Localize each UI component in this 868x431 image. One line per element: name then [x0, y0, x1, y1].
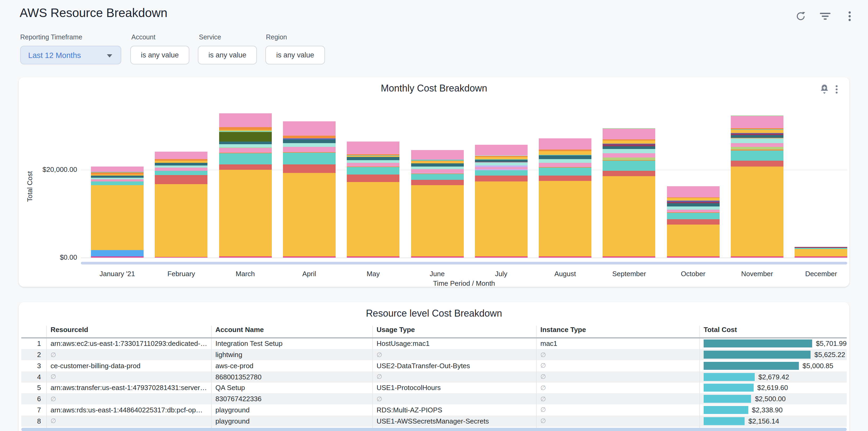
bar-segment-teal[interactable] [411, 174, 464, 180]
bar-segment-lavender[interactable] [475, 166, 528, 167]
table-row[interactable]: 8∅playgroundUSE1-AWSSecretsManager-Secre… [21, 415, 847, 427]
bar-segment-magenta[interactable] [411, 257, 464, 257]
bar-segment-orange[interactable] [475, 156, 528, 157]
stacked-bar[interactable] [155, 152, 208, 257]
bar-segment-magenta[interactable] [155, 257, 208, 257]
bar-segment-red[interactable] [411, 180, 464, 185]
bar-segment-darkteal[interactable] [667, 203, 719, 207]
bar-segment-red[interactable] [539, 176, 591, 181]
stacked-bar[interactable] [219, 113, 272, 257]
page-horizontal-scrollbar[interactable] [21, 428, 847, 431]
bar-segment-magenta[interactable] [795, 257, 847, 257]
bar-segment-yellow[interactable] [539, 151, 591, 155]
region-filter[interactable]: is any value [266, 46, 325, 64]
bar-segment-orange[interactable] [219, 127, 272, 130]
bar-segment-lightcyan[interactable] [219, 144, 272, 147]
bar-segment-darkteal[interactable] [155, 163, 208, 165]
bar-segment-pink[interactable] [347, 142, 399, 154]
bar-segment-lavender[interactable] [475, 170, 528, 171]
bar-segment-green[interactable] [731, 116, 783, 116]
bar-segment-green[interactable] [603, 128, 655, 128]
bar-segment-teal[interactable] [411, 160, 464, 161]
bar-segment-yellow[interactable] [603, 141, 655, 144]
bar-segment-lightcyan[interactable] [283, 143, 336, 147]
bar-segment-yellow[interactable] [603, 176, 655, 257]
bar-segment-teal[interactable] [539, 168, 591, 176]
bar-segment-yellow[interactable] [411, 161, 464, 164]
bar-segment-darkteal[interactable] [219, 142, 272, 144]
bar-segment-orange[interactable] [91, 173, 144, 175]
refresh-icon[interactable] [795, 10, 806, 22]
bar-segment-pink[interactable] [411, 150, 464, 160]
bar-segment-pink[interactable] [731, 116, 783, 128]
table-row[interactable]: 4∅868001352780∅∅$2,679.42 [21, 371, 847, 382]
stacked-bar[interactable] [667, 186, 719, 257]
stacked-bar[interactable] [283, 121, 336, 257]
bar-segment-maroon[interactable] [667, 202, 719, 204]
bar-segment-yellow[interactable] [667, 198, 719, 201]
bar-segment-darkteal[interactable] [91, 176, 144, 178]
bar-segment-maroon[interactable] [795, 247, 847, 248]
stacked-bar[interactable] [475, 145, 528, 257]
bar-segment-orange[interactable] [731, 128, 783, 129]
bar-segment-darkteal[interactable] [475, 159, 528, 161]
bar-segment-orange[interactable] [155, 159, 208, 161]
bar-segment-red[interactable] [731, 161, 783, 167]
bar-segment-teal[interactable] [475, 171, 528, 176]
bar-segment-lime[interactable] [731, 147, 783, 150]
bar-segment-teal[interactable] [667, 213, 719, 219]
bar-segment-pink[interactable] [539, 163, 591, 167]
column-header-usage-type[interactable]: Usage Type [372, 326, 536, 337]
bar-segment-teal[interactable] [91, 172, 144, 173]
bar-segment-teal[interactable] [539, 155, 591, 155]
bar-segment-yellow[interactable] [155, 161, 208, 163]
bar-segment-red[interactable] [603, 171, 655, 176]
bar-segment-yellow[interactable] [91, 175, 144, 176]
stacked-bar[interactable] [347, 142, 399, 257]
bar-segment-lightcyan[interactable] [539, 159, 591, 163]
bar-segment-magenta[interactable] [603, 257, 655, 257]
bar-segment-pink[interactable] [91, 179, 144, 181]
bar-segment-lime[interactable] [603, 157, 655, 160]
bar-segment-red[interactable] [283, 164, 336, 173]
bar-segment-red[interactable] [219, 164, 272, 170]
bar-segment-pink[interactable] [283, 147, 336, 152]
bar-segment-teal[interactable] [219, 154, 272, 164]
bar-segment-magenta[interactable] [219, 257, 272, 257]
table-row[interactable]: 6∅830767422336∅∅$2,500.00 [21, 394, 847, 405]
bar-segment-indigo[interactable] [667, 201, 719, 202]
table-row[interactable]: 2∅lightwing∅∅$5,625.22 [21, 349, 847, 361]
bar-segment-darkteal[interactable] [347, 157, 399, 160]
bar-segment-pink[interactable] [475, 145, 528, 155]
bar-segment-teal[interactable] [603, 160, 655, 171]
bar-segment-lavender[interactable] [411, 173, 464, 174]
bar-segment-pink[interactable] [603, 128, 655, 140]
bar-segment-pink[interactable] [219, 113, 272, 127]
bar-segment-yellow[interactable] [155, 184, 208, 257]
account-filter[interactable]: is any value [130, 46, 189, 64]
bar-segment-red[interactable] [347, 175, 399, 182]
table-row[interactable]: 3ce-customer-billing-data-prodaws-ce-pro… [21, 360, 847, 371]
bar-segment-darkteal[interactable] [283, 140, 336, 143]
bar-segment-yellow[interactable] [347, 182, 399, 257]
stacked-bar[interactable] [539, 138, 591, 257]
bar-segment-orange[interactable] [219, 153, 272, 154]
bar-segment-darkteal[interactable] [731, 135, 783, 138]
bar-segment-orange[interactable] [283, 152, 336, 153]
chart-horizontal-scrollbar[interactable] [81, 262, 847, 265]
bar-segment-orange[interactable] [603, 160, 655, 160]
stacked-bar[interactable] [411, 150, 464, 257]
bar-segment-teal[interactable] [219, 131, 272, 132]
bar-segment-maroon[interactable] [603, 145, 655, 146]
stacked-bar[interactable] [795, 247, 847, 257]
bar-segment-pink[interactable] [539, 138, 591, 150]
bar-segment-pink[interactable] [667, 209, 719, 212]
service-filter[interactable]: is any value [198, 46, 257, 64]
bar-segment-orange[interactable] [667, 212, 719, 213]
more-vert-icon[interactable] [843, 10, 855, 22]
bar-segment-pink[interactable] [91, 166, 144, 172]
bar-segment-lightcyan[interactable] [731, 138, 783, 143]
bar-segment-yellow[interactable] [475, 157, 528, 159]
bar-segment-magenta[interactable] [283, 257, 336, 257]
bar-segment-teal[interactable] [347, 156, 399, 156]
